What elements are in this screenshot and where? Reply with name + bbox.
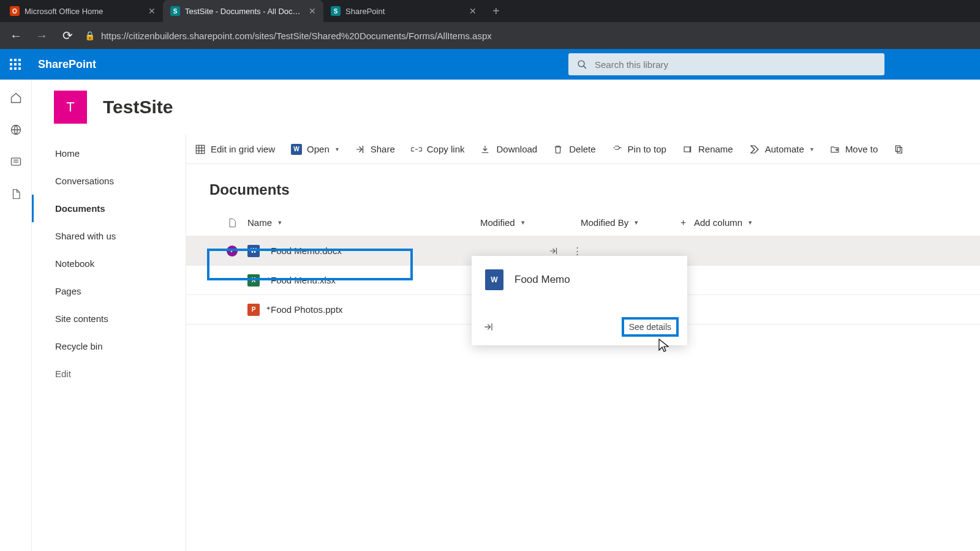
file-name[interactable]: Food Menu.xlsx: [271, 275, 336, 285]
browser-tab[interactable]: S SharePoint ✕: [323, 0, 484, 22]
row-selector[interactable]: ✓: [217, 246, 247, 257]
browser-address-bar: ← → ⟳ 🔒 https://citizenbuilders.sharepoi…: [0, 22, 980, 49]
share-icon: [355, 144, 366, 155]
grid-icon: [195, 144, 206, 155]
site-title[interactable]: TestSite: [103, 97, 173, 118]
share-icon[interactable]: [483, 321, 495, 333]
nav-shared-with-us[interactable]: Shared with us: [32, 222, 186, 250]
chevron-down-icon: ▾: [521, 219, 525, 227]
search-box[interactable]: [568, 53, 884, 75]
word-file-icon: W: [247, 245, 260, 257]
lock-icon: 🔒: [85, 31, 95, 40]
nav-documents[interactable]: Documents: [32, 195, 186, 222]
pin-button[interactable]: Pin to top: [612, 144, 666, 154]
svg-rect-2: [18, 59, 21, 61]
list-header: Name▾ Modified▾ Modified By▾ ＋Add column…: [186, 209, 980, 236]
nav-home[interactable]: Home: [32, 140, 186, 167]
powerpoint-file-icon: P: [247, 304, 260, 316]
nav-recycle-bin[interactable]: Recycle bin: [32, 332, 186, 360]
column-name[interactable]: Name▾: [247, 217, 480, 228]
file-name[interactable]: Food Memo.docx: [271, 246, 342, 256]
nav-edit[interactable]: Edit: [32, 360, 186, 388]
delete-button[interactable]: Delete: [553, 144, 595, 155]
svg-rect-8: [18, 67, 21, 70]
chevron-down-icon: ▾: [810, 146, 813, 152]
site-header: T TestSite: [32, 80, 980, 135]
global-nav-rail: [0, 80, 32, 551]
svg-rect-7: [14, 67, 17, 70]
share-icon[interactable]: [548, 246, 559, 257]
nav-site-contents[interactable]: Site contents: [32, 305, 186, 332]
svg-rect-21: [896, 146, 900, 151]
search-icon: [577, 59, 587, 70]
office-favicon-icon: O: [10, 6, 20, 16]
excel-file-icon: X: [247, 274, 260, 287]
tab-title: Microsoft Office Home: [24, 7, 143, 16]
svg-rect-6: [10, 67, 12, 70]
svg-rect-20: [684, 147, 690, 152]
nav-conversations[interactable]: Conversations: [32, 167, 186, 195]
automate-button[interactable]: Automate ▾: [749, 144, 813, 155]
chevron-down-icon: ▾: [278, 219, 282, 227]
browser-tab-active[interactable]: S TestSite - Documents - All Docu… ✕: [163, 0, 323, 22]
browser-tab[interactable]: O Microsoft Office Home ✕: [2, 0, 163, 22]
see-details-link[interactable]: See details: [622, 317, 679, 337]
add-column-button[interactable]: ＋Add column▾: [679, 217, 752, 228]
chevron-down-icon: ▾: [336, 146, 339, 152]
close-icon[interactable]: ✕: [469, 6, 477, 16]
tab-title: TestSite - Documents - All Docu…: [185, 7, 304, 16]
site-left-nav: Home Conversations Documents Shared with…: [32, 135, 186, 551]
rename-icon: [682, 144, 693, 154]
svg-rect-5: [18, 63, 21, 66]
nav-pages[interactable]: Pages: [32, 277, 186, 305]
link-icon: [411, 144, 422, 155]
svg-rect-1: [14, 59, 17, 61]
close-icon[interactable]: ✕: [309, 6, 316, 16]
move-to-button[interactable]: Move to: [829, 144, 878, 154]
copy-link-button[interactable]: Copy link: [411, 144, 465, 155]
home-icon[interactable]: [10, 92, 22, 104]
close-icon[interactable]: ✕: [148, 6, 156, 16]
svg-rect-3: [10, 63, 12, 66]
column-modified[interactable]: Modified▾: [480, 217, 581, 228]
sharepoint-favicon-icon: S: [170, 6, 180, 16]
edit-in-grid-button[interactable]: Edit in grid view: [195, 144, 275, 155]
tab-title: SharePoint: [345, 7, 464, 16]
svg-line-10: [584, 66, 586, 68]
rename-button[interactable]: Rename: [682, 144, 733, 154]
url-text: https://citizenbuilders.sharepoint.com/s…: [101, 31, 492, 41]
app-launcher-icon[interactable]: [10, 59, 24, 70]
file-name[interactable]: Food Photos.pptx: [271, 304, 343, 315]
copy-to-button[interactable]: [894, 144, 905, 155]
chevron-down-icon: ▾: [635, 219, 638, 227]
back-icon[interactable]: ←: [7, 29, 24, 43]
url-field[interactable]: 🔒 https://citizenbuilders.sharepoint.com…: [85, 31, 492, 41]
column-modified-by[interactable]: Modified By▾: [581, 217, 679, 228]
sharepoint-favicon-icon: S: [331, 6, 341, 16]
download-button[interactable]: Download: [480, 144, 537, 155]
nav-notebook[interactable]: Notebook: [32, 250, 186, 277]
download-icon: [480, 144, 491, 155]
files-icon[interactable]: [10, 187, 21, 201]
share-button[interactable]: Share: [355, 144, 395, 155]
svg-rect-0: [10, 59, 12, 61]
trash-icon: [553, 144, 564, 155]
column-file-type[interactable]: [217, 217, 247, 229]
browser-tab-strip: O Microsoft Office Home ✕ S TestSite - D…: [0, 0, 980, 22]
svg-rect-4: [14, 63, 17, 66]
check-circle-icon: ✓: [227, 246, 238, 257]
new-tab-button[interactable]: +: [484, 4, 508, 18]
main-content: Edit in grid view W Open ▾ Share Copy li…: [186, 135, 980, 551]
brand-label[interactable]: SharePoint: [38, 58, 96, 71]
site-logo[interactable]: T: [54, 91, 87, 124]
more-icon[interactable]: ⋮: [573, 246, 582, 257]
globe-icon[interactable]: [10, 124, 22, 136]
reload-icon[interactable]: ⟳: [59, 28, 76, 43]
hover-card-title: Food Memo: [514, 274, 570, 286]
forward-icon[interactable]: →: [33, 29, 50, 43]
news-icon[interactable]: [10, 156, 22, 168]
open-button[interactable]: W Open ▾: [291, 144, 339, 155]
search-input[interactable]: [595, 59, 876, 70]
word-file-icon: W: [485, 269, 503, 290]
copy-icon: [894, 144, 905, 155]
